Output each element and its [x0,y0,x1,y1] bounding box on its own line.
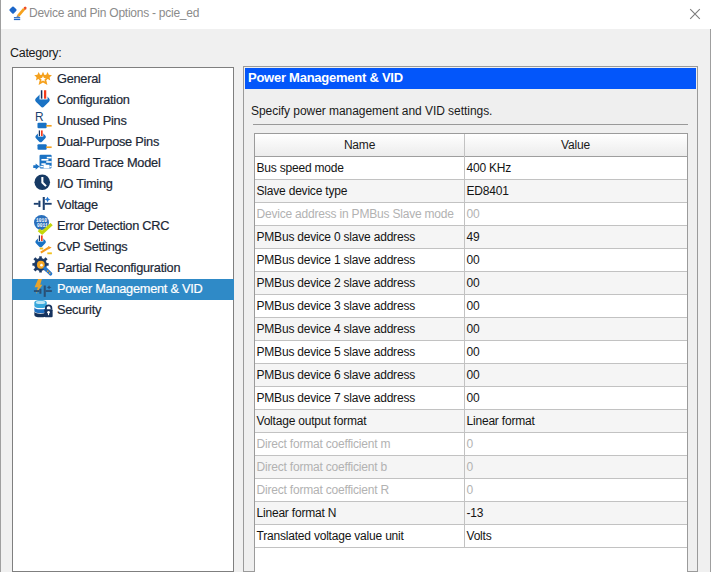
svg-text:R: R [34,109,43,123]
